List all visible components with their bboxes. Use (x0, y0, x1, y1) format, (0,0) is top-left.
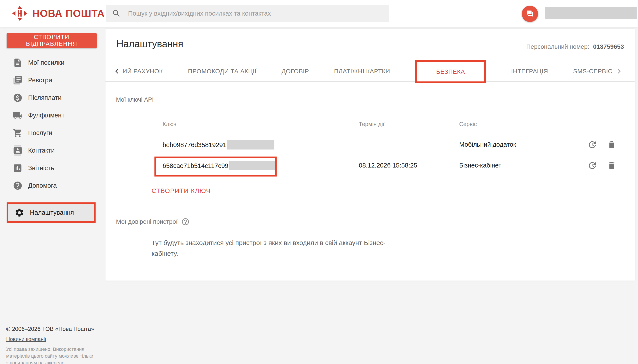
api-key-cell: 658cae71b514c117c99 (152, 161, 359, 170)
cart-icon (13, 128, 23, 138)
expiry-cell: 08.12.2026 15:58:25 (359, 162, 459, 169)
sidebar-item-label: Фулфілмент (28, 112, 64, 119)
column-header-expiry: Термін дії (359, 121, 459, 128)
sidebar-item-label: Налаштування (30, 209, 74, 216)
api-key-redacted (227, 140, 274, 150)
document-icon (13, 58, 23, 68)
trusted-devices-empty-text: Тут будуть знаходитися усі пристрої з як… (152, 237, 398, 259)
update-key-icon[interactable] (588, 161, 597, 170)
copyright-text: © 2006–2026 ТОВ «Нова Пошта» (6, 326, 94, 332)
table-row: 658cae71b514c117c99 08.12.2026 15:58:25 … (152, 155, 629, 176)
api-key-value: beb098776d35819291 (163, 142, 226, 148)
create-key-button[interactable]: СТВОРИТИ КЛЮЧ (152, 187, 211, 194)
sidebar-item-label: Допомога (28, 182, 57, 189)
support-chat-button[interactable] (522, 6, 538, 22)
sidebar-item-label: Післяплати (28, 94, 62, 102)
sidebar-item-label: Мої посилки (28, 59, 64, 66)
trusted-devices-section: Мої довірені пристрої (116, 218, 190, 226)
sidebar-item-label: Звітність (28, 164, 54, 172)
personal-number: Персональний номер: 013759653 (526, 43, 624, 50)
tab-list: ИЙ РАХУНОК ПРОМОКОДИ ТА АКЦІЇ ДОГОВІР ПЛ… (123, 60, 612, 83)
sidebar-item-label: Контакти (28, 147, 55, 154)
personal-number-value: 013759653 (593, 43, 624, 50)
tab-contract[interactable]: ДОГОВІР (282, 68, 309, 75)
chat-bubbles-icon (526, 10, 534, 18)
sidebar-item-my-parcels[interactable]: Мої посилки (0, 54, 106, 71)
service-cell: Бізнес-кабінет (459, 162, 580, 169)
sidebar-item-reports[interactable]: Звітність (0, 159, 106, 177)
page-title: Налаштування (117, 38, 183, 50)
tab-sms-service[interactable]: SMS-СЕРВІС (573, 68, 612, 75)
tabs-scroll-left-icon[interactable] (113, 67, 121, 76)
table-header-row: Ключ Термін дії Сервіс (152, 114, 629, 134)
report-icon (13, 163, 23, 173)
sidebar-item-settings[interactable]: Налаштування (8, 204, 94, 221)
update-key-icon[interactable] (588, 140, 597, 149)
api-keys-section-title: Мої ключі API (116, 96, 154, 103)
settings-tabs: ИЙ РАХУНОК ПРОМОКОДИ ТА АКЦІЇ ДОГОВІР ПЛ… (106, 62, 635, 82)
tab-integration[interactable]: ІНТЕГРАЦІЯ (511, 68, 548, 75)
delete-key-icon[interactable] (607, 140, 616, 149)
settings-panel: Налаштування Персональний номер: 0137596… (106, 29, 635, 280)
sidebar-item-fulfillment[interactable]: Фулфілмент (0, 106, 106, 124)
delete-key-icon[interactable] (607, 161, 616, 170)
personal-number-label: Персональний номер: (526, 43, 589, 50)
tab-security[interactable]: БЕЗПЕКА (415, 60, 486, 83)
sidebar-item-registers[interactable]: Реєстри (0, 71, 106, 89)
sidebar: СТВОРИТИ ВІДПРАВЛЕННЯ Мої посилки Реєстр… (0, 27, 106, 364)
column-header-service: Сервіс (459, 121, 580, 128)
footer: © 2006–2026 ТОВ «Нова Пошта» Новини комп… (6, 326, 94, 364)
truck-icon (13, 110, 23, 120)
sidebar-item-label: Реєстри (28, 76, 52, 84)
trusted-devices-title: Мої довірені пристрої (116, 218, 178, 225)
settings-gear-icon (15, 208, 25, 218)
search-icon (112, 9, 121, 18)
service-cell: Мобільний додаток (459, 141, 580, 148)
brand-name: НОВА ПОШТА (32, 8, 105, 19)
help-outline-icon[interactable] (181, 218, 190, 226)
top-bar: НОВА ПОШТА (0, 0, 638, 27)
annotation-box-settings: Налаштування (7, 202, 96, 223)
api-key-redacted (229, 161, 276, 170)
sidebar-item-cod[interactable]: Післяплати (0, 89, 106, 106)
api-keys-table: Ключ Термін дії Сервіс beb098776d3581929… (152, 114, 629, 176)
global-search (106, 4, 389, 22)
nova-poshta-logo[interactable]: НОВА ПОШТА (12, 6, 105, 21)
sidebar-item-services[interactable]: Послуги (0, 124, 106, 142)
help-icon (13, 181, 23, 190)
tab-payment-cards[interactable]: ПЛАТІЖНІ КАРТКИ (334, 68, 390, 75)
sidebar-menu: Мої посилки Реєстри Післяплати Фулфілмен… (0, 54, 106, 223)
sidebar-item-help[interactable]: Допомога (0, 177, 106, 194)
api-key-cell: beb098776d35819291 (152, 140, 359, 150)
registers-icon (13, 75, 23, 85)
search-input[interactable] (128, 10, 383, 17)
company-news-link[interactable]: Новини компанії (6, 336, 46, 342)
table-row: beb098776d35819291 Мобільний додаток (152, 134, 629, 155)
tabs-scroll-right-icon[interactable] (615, 67, 623, 76)
money-icon (13, 93, 23, 103)
contacts-icon (13, 146, 23, 156)
tab-promocodes[interactable]: ПРОМОКОДИ ТА АКЦІЇ (188, 68, 256, 75)
sidebar-item-contacts[interactable]: Контакти (0, 142, 106, 159)
column-header-key: Ключ (152, 121, 359, 128)
nova-poshta-arrows-icon (12, 6, 28, 21)
sidebar-item-label: Послуги (28, 129, 52, 136)
api-key-value: 658cae71b514c117c99 (163, 162, 228, 169)
account-name-redacted[interactable] (545, 7, 637, 19)
tab-account[interactable]: ИЙ РАХУНОК (123, 68, 163, 75)
rights-text: Усі права захищено. Використання матеріа… (6, 346, 94, 364)
create-shipment-button[interactable]: СТВОРИТИ ВІДПРАВЛЕННЯ (7, 33, 97, 48)
